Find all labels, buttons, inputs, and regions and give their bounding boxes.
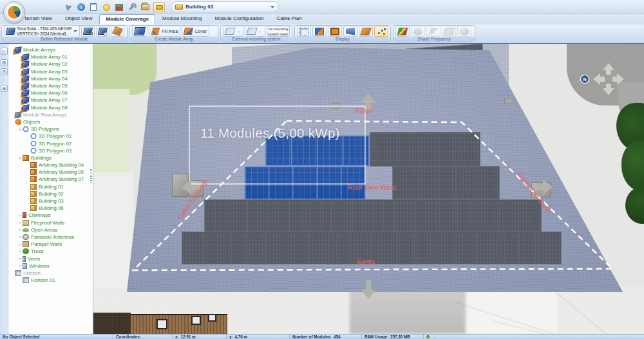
shade-option-2-button[interactable]	[411, 26, 425, 37]
tree-item-3d-polygon-03[interactable]: 3D Polygon 03	[8, 147, 92, 154]
tab-cable-plan[interactable]: Cable Plan	[271, 14, 308, 24]
project-folder-icon[interactable]	[140, 3, 149, 12]
tree-item-3d-polygon-02[interactable]: 3D Polygon 02	[8, 140, 92, 147]
send-icon[interactable]	[64, 3, 73, 12]
building-selector[interactable]: Building 03	[171, 1, 279, 12]
display-option-1-button[interactable]	[297, 26, 311, 37]
chevron-right-icon[interactable]: >	[17, 214, 23, 217]
tree-item-buildings[interactable]: vBuildings	[8, 154, 92, 161]
tree-item-module-row-arrays[interactable]: Module Row Arrays	[8, 111, 92, 118]
tree-item-horizon-01[interactable]: Horizon 01	[8, 277, 92, 284]
shade-option-3-button[interactable]	[426, 26, 440, 37]
display-option-2-button[interactable]	[312, 26, 327, 37]
3d-viewport[interactable]: N 11 Modules (5,00 kWp) Ridge Roof View …	[93, 44, 644, 334]
tree-item-label: Horizon 01	[31, 277, 55, 283]
chevron-right-icon[interactable]: >	[17, 221, 23, 224]
tree-item-module-array-03[interactable]: Module Array 03	[8, 68, 92, 75]
new-module-array-button[interactable]	[132, 26, 147, 37]
tree-item-building-02[interactable]: Building 02	[8, 190, 92, 197]
module-array-block-1[interactable]	[370, 132, 480, 167]
roof-vent[interactable]	[332, 103, 339, 109]
tree-item-module-array-04[interactable]: Module Array 04	[8, 75, 92, 82]
chevron-right-icon[interactable]: >	[17, 257, 23, 261]
display-option-6-button[interactable]	[374, 26, 388, 37]
sun-icon[interactable]	[102, 3, 111, 12]
tree-item-chimneys[interactable]: >Chimneys	[8, 212, 92, 219]
mounting-back-button[interactable]: ←	[245, 26, 265, 37]
tree-item-module-array-02[interactable]: Module Array 02	[8, 60, 92, 68]
chevron-right-icon[interactable]: >	[17, 235, 23, 239]
tree-item-objects[interactable]: Objects	[8, 118, 92, 125]
tree-item-module-array-07[interactable]: Module Array 07	[8, 96, 92, 104]
tab-module-configuration[interactable]: Module Configuration	[209, 14, 269, 24]
display-option-4-button[interactable]	[343, 26, 357, 37]
tree-item-horizon[interactable]: Horizon	[8, 270, 92, 277]
shade-option-4-button[interactable]	[442, 26, 456, 37]
tab-module-mounting[interactable]: Module Mounting	[156, 14, 207, 24]
chevron-down-icon[interactable]: v	[17, 156, 23, 160]
cover-button[interactable]: Cover	[182, 26, 209, 37]
tree-item-module-array-01[interactable]: Module Array 01	[8, 53, 92, 60]
tab-module-coverage[interactable]: Module Coverage	[99, 14, 155, 24]
horizon-icon	[15, 270, 21, 276]
tree-item-arbitrary-building-07[interactable]: Arbitrary Building 07	[8, 176, 92, 183]
tree-item-building-01[interactable]: Building 01	[8, 183, 92, 190]
tree-item-module-arrays[interactable]: Module Arrays	[8, 46, 92, 53]
display-option-3-button[interactable]	[328, 26, 342, 37]
mounting-forward-button[interactable]: →	[223, 26, 243, 37]
module-settings-button[interactable]	[96, 26, 109, 37]
tree-item-3d-polygons[interactable]: v3D Polygons	[8, 125, 92, 133]
module-cell	[414, 233, 435, 263]
chevron-down-icon[interactable]: v	[17, 127, 23, 131]
module-array-block-2[interactable]	[392, 166, 500, 200]
ribbon-tabs: Terrain ViewObject ViewModule CoverageMo…	[18, 14, 308, 24]
info-icon[interactable]: i	[77, 3, 85, 11]
module-orientation-button[interactable]	[111, 26, 124, 37]
tree-item-module-array-06[interactable]: Module Array 06	[8, 89, 92, 96]
chevron-right-icon[interactable]: >	[17, 243, 23, 246]
app-menu-button[interactable]	[3, 1, 25, 23]
tools-icon[interactable]	[128, 3, 137, 12]
tree-sync-button[interactable]: ⊞	[1, 85, 8, 92]
panel-splitter-handle[interactable]	[90, 169, 92, 185]
tree-expand-all-button[interactable]: ⊞	[1, 59, 8, 66]
tree-play-button[interactable]: ▷	[1, 48, 8, 55]
mounting-frame-icon	[224, 28, 235, 35]
fill-area-button[interactable]: Fill Area	[149, 26, 180, 37]
tree-item-module-array-08[interactable]: Module Array 08	[8, 104, 92, 111]
color-check-icon[interactable]	[115, 3, 124, 12]
building-view-icon[interactable]	[153, 2, 165, 12]
tree-item-trees[interactable]: >Trees	[8, 248, 92, 255]
module-array-block-3[interactable]	[204, 199, 542, 232]
tree-item-fireproof-walls[interactable]: >Fireproof Walls	[8, 219, 92, 226]
display-option-5-button[interactable]	[359, 26, 373, 37]
app-logo-icon	[6, 5, 22, 20]
module-cell	[205, 201, 226, 231]
objects-icon	[15, 119, 21, 125]
document-icon[interactable]	[89, 3, 98, 12]
reference-module-combo[interactable]: Trina Solar - TSM-455-NEG9R.28VERTEX S+ …	[4, 25, 80, 37]
tree-item-windows[interactable]: >Windows	[8, 262, 92, 270]
tree-item-3d-polygon-01[interactable]: 3D Polygon 01	[8, 133, 92, 140]
panel-icon	[443, 28, 454, 35]
tab-object-view[interactable]: Object View	[59, 14, 99, 24]
roof-chimney[interactable]	[172, 174, 189, 197]
tree-item-building-03[interactable]: Building 03	[8, 197, 92, 205]
tree-item-open-areas[interactable]: >Open Areas	[8, 226, 92, 234]
chevron-right-icon[interactable]: >	[17, 250, 23, 253]
roof-vent[interactable]	[504, 98, 513, 104]
chevron-right-icon[interactable]: >	[17, 228, 23, 232]
tree-item-parabolic-antennas[interactable]: >Parabolic Antennas	[8, 234, 92, 241]
tree-item-vents[interactable]: >Vents	[8, 255, 92, 262]
tree-collapse-all-button[interactable]: ⊟	[1, 68, 8, 75]
tree-item-parapet-walls[interactable]: >Parapet Walls	[8, 241, 92, 248]
shade-frequency-button[interactable]	[395, 26, 410, 37]
tree-item-module-array-05[interactable]: Module Array 05	[8, 82, 92, 89]
tree-item-arbitrary-building-05[interactable]: Arbitrary Building 05	[8, 169, 92, 176]
tree-item-arbitrary-building-04[interactable]: Arbitrary Building 04	[8, 161, 92, 169]
chevron-right-icon[interactable]: >	[17, 264, 23, 268]
shade-option-5-button[interactable]	[457, 26, 471, 37]
tree-item-building-06[interactable]: Building 06	[8, 205, 92, 212]
select-module-button[interactable]	[81, 26, 95, 37]
mounting-frame-icon	[246, 28, 257, 35]
